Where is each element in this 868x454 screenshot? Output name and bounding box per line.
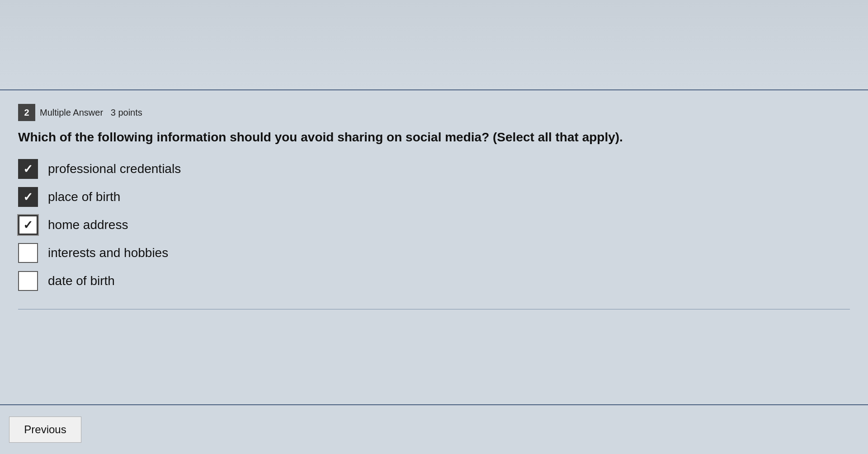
option-item[interactable]: interests and hobbies bbox=[18, 243, 850, 263]
option-label-place-of-birth: place of birth bbox=[48, 190, 120, 204]
bottom-bar: Previous bbox=[0, 404, 868, 454]
option-item[interactable]: ✓ place of birth bbox=[18, 187, 850, 207]
option-label-date-of-birth: date of birth bbox=[48, 274, 115, 288]
question-meta: Multiple Answer 3 points bbox=[40, 108, 142, 118]
section-divider bbox=[18, 309, 850, 309]
checkbox-professional-credentials[interactable]: ✓ bbox=[18, 159, 38, 179]
option-label-interests-hobbies: interests and hobbies bbox=[48, 246, 168, 260]
option-label-home-address: home address bbox=[48, 218, 128, 232]
main-content: 2 Multiple Answer 3 points Which of the … bbox=[0, 90, 868, 337]
checkmark-icon: ✓ bbox=[23, 191, 33, 203]
checkbox-place-of-birth[interactable]: ✓ bbox=[18, 187, 38, 207]
top-area bbox=[0, 0, 868, 90]
checkmark-icon: ✓ bbox=[23, 163, 33, 175]
question-header: 2 Multiple Answer 3 points bbox=[18, 104, 850, 121]
checkbox-home-address[interactable]: ✓ bbox=[18, 215, 38, 235]
option-item[interactable]: ✓ professional credentials bbox=[18, 159, 850, 179]
option-item[interactable]: ✓ home address bbox=[18, 215, 850, 235]
question-text: Which of the following information shoul… bbox=[18, 129, 850, 145]
checkbox-date-of-birth[interactable] bbox=[18, 271, 38, 291]
question-number-badge: 2 bbox=[18, 104, 35, 121]
previous-button[interactable]: Previous bbox=[9, 417, 81, 443]
checkmark-icon: ✓ bbox=[23, 219, 33, 231]
option-label-professional-credentials: professional credentials bbox=[48, 162, 181, 176]
question-type: Multiple Answer bbox=[40, 108, 103, 117]
checkbox-interests-hobbies[interactable] bbox=[18, 243, 38, 263]
option-item[interactable]: date of birth bbox=[18, 271, 850, 291]
options-list: ✓ professional credentials ✓ place of bi… bbox=[18, 159, 850, 291]
question-points: 3 points bbox=[111, 108, 142, 117]
